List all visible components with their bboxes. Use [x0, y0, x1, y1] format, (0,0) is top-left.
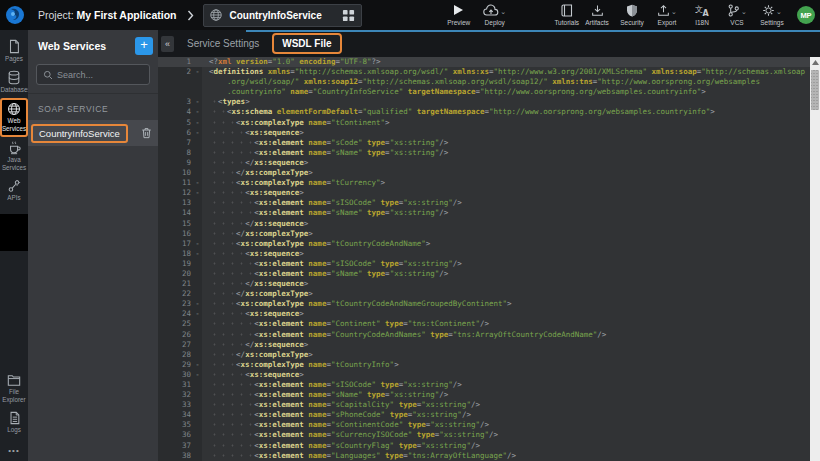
code-line[interactable]: .countryinfo" name="CountryInfoService" …	[158, 87, 810, 97]
code-line[interactable]: 37 <xs:element name="sCountryFlag" type=…	[158, 441, 810, 451]
gutter[interactable]: 33	[158, 400, 202, 410]
code-line[interactable]: 22 </xs:complexType>	[158, 289, 810, 299]
code-line[interactable]: 23- <xs:complexType name="tCountryCodeAn…	[158, 299, 810, 309]
gutter[interactable]: 30-	[158, 370, 202, 380]
gutter[interactable]: 18-	[158, 249, 202, 259]
gutter[interactable]: 34	[158, 410, 202, 420]
code-lines[interactable]: 1<?xml version="1.0" encoding="UTF-8"?>2…	[158, 57, 810, 461]
i18n-button[interactable]: 文 A I18N	[689, 4, 715, 26]
code-line[interactable]: 24- <xs:sequence>	[158, 309, 810, 319]
sidebar-item-file-explorer[interactable]: File Explorer	[0, 371, 28, 408]
vcs-button[interactable]: ⌄ VCS	[724, 4, 750, 26]
code-line[interactable]: 30- <xs:sequence>	[158, 370, 810, 380]
code-line[interactable]: 35 <xs:element name="sContinentCode" typ…	[158, 420, 810, 430]
code-line[interactable]: 16 </xs:complexType>	[158, 229, 810, 239]
sidebar-item-java-services[interactable]: Java Services	[0, 137, 28, 176]
rail-more-button[interactable]: •••	[8, 438, 19, 461]
code-line[interactable]: 13 <xs:element name="sISOCode" type="xs:…	[158, 198, 810, 208]
preview-button[interactable]: Preview	[446, 4, 472, 26]
project-breadcrumb[interactable]: Project: My First Application	[38, 9, 176, 21]
code-line[interactable]: 36 <xs:element name="sCurrencyISOCode" t…	[158, 430, 810, 440]
add-service-button[interactable]: +	[135, 37, 153, 55]
gutter[interactable]: 13	[158, 198, 202, 208]
gutter[interactable]	[158, 77, 202, 87]
tutorials-button[interactable]: Tutorials	[554, 4, 580, 26]
tab-wsdl-file[interactable]: WSDL File	[272, 33, 341, 54]
code-line[interactable]: 34 <xs:element name="sPhoneCode" type="x…	[158, 410, 810, 420]
code-line[interactable]: 3- <types>	[158, 97, 810, 107]
code-line[interactable]: 5- <xs:complexType name="tContinent">	[158, 118, 810, 128]
export-button[interactable]: ⌄ Export	[654, 4, 680, 26]
gutter[interactable]: 26	[158, 330, 202, 340]
code-line[interactable]: 2-<definitions xmlns="http://schemas.xml…	[158, 67, 810, 77]
gutter[interactable]: 29-	[158, 360, 202, 370]
grid-menu-icon[interactable]	[342, 9, 355, 22]
code-line[interactable]: 15 </xs:sequence>	[158, 219, 810, 229]
gutter[interactable]: 16	[158, 229, 202, 239]
service-name[interactable]: CountryInfoService	[31, 124, 128, 143]
gutter[interactable]: 9	[158, 158, 202, 168]
code-line[interactable]: 25 <xs:element name="Continent" type="tn…	[158, 319, 810, 329]
gutter[interactable]: 28	[158, 350, 202, 360]
user-avatar[interactable]: MP	[797, 6, 815, 24]
code-line[interactable]: 27 </xs:sequence>	[158, 340, 810, 350]
gutter[interactable]: 20	[158, 269, 202, 279]
code-line[interactable]: 9 </xs:sequence>	[158, 158, 810, 168]
gutter[interactable]: 27	[158, 340, 202, 350]
sidebar-item-databases[interactable]: Databases	[0, 67, 28, 98]
tab-service-settings[interactable]: Service Settings	[187, 38, 259, 49]
app-logo[interactable]	[0, 0, 30, 30]
gutter[interactable]: 35	[158, 420, 202, 430]
gutter[interactable]: 2-	[158, 67, 202, 77]
artifacts-button[interactable]: Artifacts	[584, 4, 610, 26]
gutter[interactable]: 19	[158, 259, 202, 269]
gutter[interactable]: 4-	[158, 107, 202, 117]
gutter[interactable]: 5-	[158, 118, 202, 128]
code-line[interactable]: 31 <xs:element name="sISOCode" type="xs:…	[158, 380, 810, 390]
code-line[interactable]: .org/wsdl/soap/" xmlns:soap12="http://sc…	[158, 77, 810, 87]
settings-button[interactable]: ⌄ Settings	[759, 4, 785, 26]
gutter[interactable]: 15	[158, 219, 202, 229]
code-line[interactable]: 21 </xs:sequence>	[158, 279, 810, 289]
code-line[interactable]: 32 <xs:element name="sName" type="xs:str…	[158, 390, 810, 400]
code-line[interactable]: 33 <xs:element name="sCapitalCity" type=…	[158, 400, 810, 410]
editor-scrollbar[interactable]	[810, 57, 820, 461]
code-line[interactable]: 14 <xs:element name="sName" type="xs:str…	[158, 208, 810, 218]
scroll-up-arrow-icon[interactable]	[810, 57, 820, 68]
gutter[interactable]: 1	[158, 57, 202, 67]
code-line[interactable]: 6- <xs:sequence>	[158, 128, 810, 138]
delete-service-button[interactable]	[141, 127, 152, 139]
code-line[interactable]: 11- <xs:complexType name="tCurrency">	[158, 178, 810, 188]
code-line[interactable]: 19 <xs:element name="sISOCode" type="xs:…	[158, 259, 810, 269]
search-box[interactable]	[36, 64, 150, 85]
gutter[interactable]: 36	[158, 430, 202, 440]
gutter[interactable]: 32	[158, 390, 202, 400]
gutter[interactable]: 10	[158, 168, 202, 178]
gutter[interactable]: 7	[158, 138, 202, 148]
gutter[interactable]: 8	[158, 148, 202, 158]
code-line[interactable]: 20 <xs:element name="sName" type="xs:str…	[158, 269, 810, 279]
code-line[interactable]: 7 <xs:element name="sCode" type="xs:stri…	[158, 138, 810, 148]
gutter[interactable]: 22	[158, 289, 202, 299]
gutter[interactable]: 21	[158, 279, 202, 289]
code-line[interactable]: 38 <xs:element name="Languages" type="tn…	[158, 451, 810, 461]
code-line[interactable]: 12- <xs:sequence>	[158, 188, 810, 198]
open-service-tab[interactable]: CountryInfoService	[203, 4, 361, 27]
service-list-item[interactable]: CountryInfoService	[28, 120, 158, 146]
gutter[interactable]: 31	[158, 380, 202, 390]
collapse-sidebar-button[interactable]: «	[161, 36, 174, 52]
gutter[interactable]: 38	[158, 451, 202, 461]
code-line[interactable]: 4- <xs:schema elementFormDefault="qualif…	[158, 107, 810, 117]
gutter[interactable]: 11-	[158, 178, 202, 188]
code-line[interactable]: 17- <xs:complexType name="tCountryCodeAn…	[158, 239, 810, 249]
sidebar-item-web-services[interactable]: Web Services	[0, 98, 28, 138]
gutter[interactable]: 24-	[158, 309, 202, 319]
sidebar-item-logs[interactable]: Logs	[0, 408, 28, 438]
code-line[interactable]: 28 </xs:complexType>	[158, 350, 810, 360]
sidebar-item-apis[interactable]: APIs	[0, 176, 28, 206]
search-input[interactable]	[57, 70, 143, 80]
gutter[interactable]: 23-	[158, 299, 202, 309]
code-line[interactable]: 26 <xs:element name="CountryCodeAndNames…	[158, 330, 810, 340]
gutter[interactable]: 6-	[158, 128, 202, 138]
gutter[interactable]: 14	[158, 208, 202, 218]
